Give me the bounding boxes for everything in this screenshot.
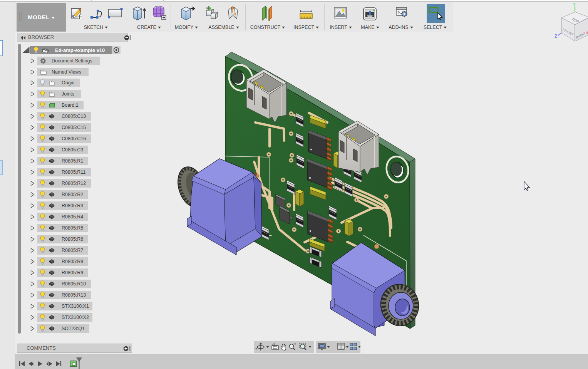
- svg-text:Z: Z: [554, 34, 557, 39]
- svg-text:Y: Y: [573, 2, 576, 7]
